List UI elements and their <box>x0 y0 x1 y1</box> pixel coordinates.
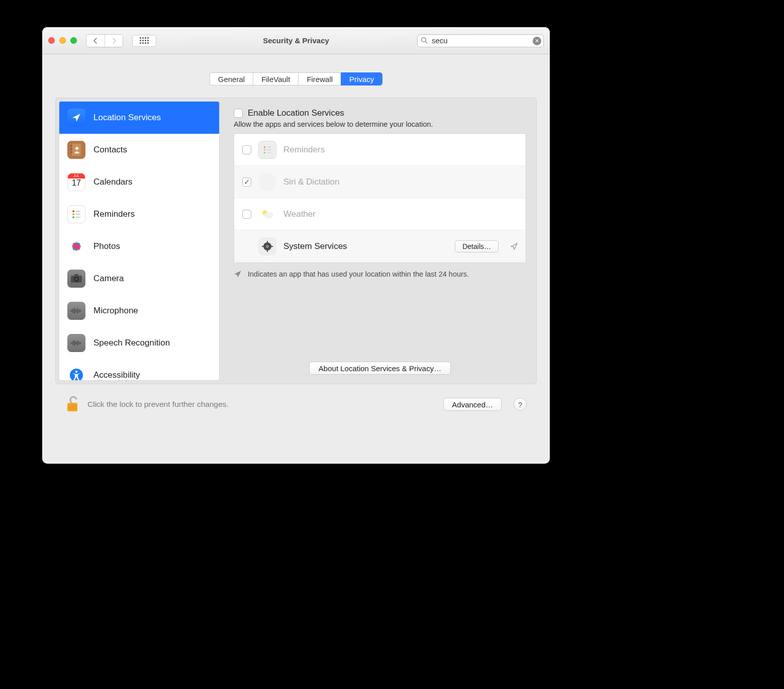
svg-rect-53 <box>262 246 264 247</box>
app-label: Weather <box>283 209 316 219</box>
minimize-button[interactable] <box>59 37 66 44</box>
svg-rect-24 <box>74 274 78 276</box>
svg-rect-4 <box>71 148 72 150</box>
clear-search-button[interactable]: ✕ <box>533 37 541 45</box>
tab-label: FileVault <box>261 75 290 83</box>
app-checkbox[interactable] <box>242 178 251 187</box>
calendar-icon: JUL 17 <box>67 173 85 191</box>
tab-label: General <box>218 75 245 83</box>
sidebar-item-label: Speech Recognition <box>93 338 170 348</box>
titlebar: Security & Privacy ✕ <box>42 27 550 54</box>
calendar-day: 17 <box>68 179 85 188</box>
app-row-weather[interactable]: Weather <box>234 198 526 230</box>
sidebar-item-label: Photos <box>93 241 120 251</box>
app-checkbox[interactable] <box>242 145 251 154</box>
lock-text: Click the lock to prevent further change… <box>87 400 229 409</box>
app-list: Reminders Siri & Dictation Weather <box>234 133 526 263</box>
photos-icon <box>67 237 85 255</box>
sidebar-item-photos[interactable]: Photos <box>59 230 219 263</box>
tab-label: Privacy <box>349 75 374 83</box>
svg-rect-52 <box>267 250 268 252</box>
app-row-siri[interactable]: Siri & Dictation <box>234 166 526 198</box>
enable-location-checkbox[interactable] <box>234 109 243 118</box>
search-input[interactable] <box>417 34 544 47</box>
svg-rect-2 <box>72 144 81 156</box>
sidebar-item-microphone[interactable]: Microphone <box>59 295 219 327</box>
body: General FileVault Firewall Privacy Locat… <box>42 54 550 464</box>
svg-point-42 <box>264 149 266 151</box>
sidebar-item-calendars[interactable]: JUL 17 Calendars <box>59 166 219 198</box>
svg-point-48 <box>264 212 273 218</box>
nav-group <box>86 34 123 47</box>
svg-point-23 <box>75 278 78 281</box>
sidebar-item-label: Calendars <box>93 177 133 187</box>
siri-icon <box>258 173 276 191</box>
weather-icon <box>258 205 276 223</box>
svg-point-41 <box>264 146 266 148</box>
speech-icon <box>67 334 85 352</box>
sidebar-item-camera[interactable]: Camera <box>59 263 219 295</box>
enable-location-label: Enable Location Services <box>248 108 344 118</box>
svg-point-7 <box>72 210 74 212</box>
app-label: Reminders <box>283 145 325 155</box>
svg-line-1 <box>426 41 428 43</box>
search-wrap: ✕ <box>417 34 544 47</box>
tab-filevault[interactable]: FileVault <box>253 72 299 85</box>
sidebar-item-label: Contacts <box>93 145 127 155</box>
forward-button[interactable] <box>105 35 123 47</box>
sidebar-item-accessibility[interactable]: Accessibility <box>59 359 219 381</box>
accessibility-icon <box>67 366 85 381</box>
location-indicator-icon <box>234 270 242 278</box>
footer: Click the lock to prevent further change… <box>55 384 537 422</box>
tab-label: Firewall <box>307 75 333 83</box>
tab-general[interactable]: General <box>210 72 253 85</box>
window-controls <box>48 37 77 44</box>
privacy-panel: Location Services Contacts JUL 17 Calend… <box>55 98 537 384</box>
app-checkbox[interactable] <box>242 210 251 219</box>
sidebar-item-contacts[interactable]: Contacts <box>59 134 219 166</box>
svg-rect-5 <box>71 151 72 153</box>
sidebar-item-label: Camera <box>93 274 124 284</box>
microphone-icon <box>67 302 85 320</box>
contacts-icon <box>67 141 85 159</box>
show-all-button[interactable] <box>132 35 156 47</box>
tabs: General FileVault Firewall Privacy <box>210 72 383 85</box>
sidebar-item-label: Location Services <box>93 113 161 123</box>
system-preferences-window: Security & Privacy ✕ General FileVault F… <box>42 27 550 464</box>
sidebar-item-speech-recognition[interactable]: Speech Recognition <box>59 327 219 359</box>
svg-rect-3 <box>71 145 72 147</box>
content-pane: Enable Location Services Allow the apps … <box>227 101 533 381</box>
location-icon <box>67 109 85 127</box>
tab-firewall[interactable]: Firewall <box>298 72 341 85</box>
note-text: Indicates an app that has used your loca… <box>248 270 469 278</box>
app-row-reminders[interactable]: Reminders <box>234 134 526 166</box>
svg-rect-51 <box>267 241 268 243</box>
about-location-button[interactable]: About Location Services & Privacy… <box>309 362 451 375</box>
app-label: System Services <box>283 241 347 251</box>
app-row-system-services[interactable]: System Services Details… <box>234 230 526 263</box>
location-description: Allow the apps and services below to det… <box>234 120 526 128</box>
close-button[interactable] <box>48 37 55 44</box>
reminders-icon <box>258 141 276 159</box>
enable-location-row: Enable Location Services <box>234 108 526 118</box>
camera-icon <box>67 270 85 288</box>
details-button[interactable]: Details… <box>455 240 499 252</box>
privacy-sidebar: Location Services Contacts JUL 17 Calend… <box>59 101 220 381</box>
sidebar-item-reminders[interactable]: Reminders <box>59 198 219 230</box>
advanced-button[interactable]: Advanced… <box>443 398 502 411</box>
calendar-month: JUL <box>68 174 85 179</box>
svg-point-8 <box>72 213 74 215</box>
svg-point-50 <box>266 245 269 248</box>
app-label: Siri & Dictation <box>283 177 339 187</box>
sidebar-item-label: Reminders <box>93 209 135 219</box>
help-button[interactable]: ? <box>514 398 527 411</box>
tab-privacy[interactable]: Privacy <box>341 72 382 85</box>
zoom-button[interactable] <box>70 37 77 44</box>
svg-point-9 <box>72 216 74 218</box>
lock-icon[interactable] <box>65 395 80 413</box>
back-button[interactable] <box>86 35 105 47</box>
svg-rect-54 <box>271 246 273 247</box>
sidebar-item-location-services[interactable]: Location Services <box>59 102 219 134</box>
reminders-icon <box>67 205 85 223</box>
sidebar-item-label: Microphone <box>93 306 138 316</box>
